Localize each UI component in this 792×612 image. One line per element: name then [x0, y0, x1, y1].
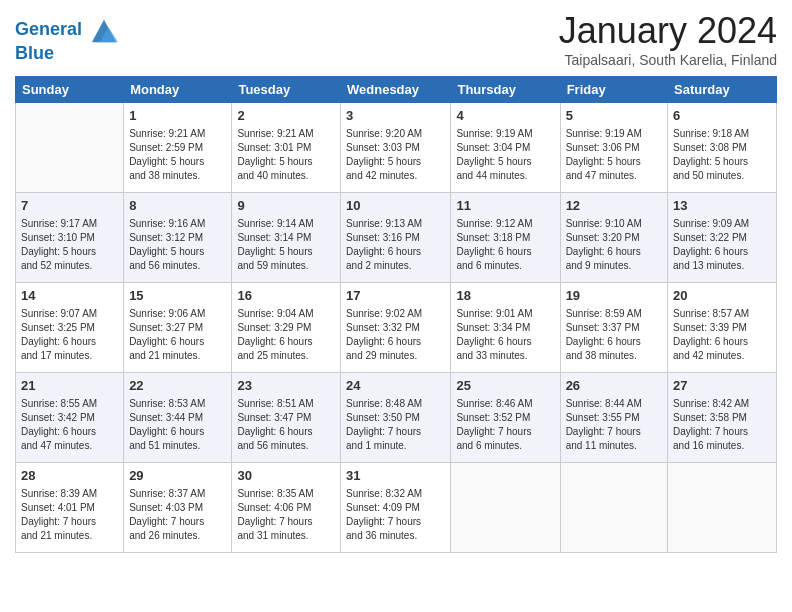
day-number: 28: [21, 467, 118, 485]
calendar-cell: 23Sunrise: 8:51 AM Sunset: 3:47 PM Dayli…: [232, 373, 341, 463]
day-info: Sunrise: 9:07 AM Sunset: 3:25 PM Dayligh…: [21, 307, 118, 363]
calendar-cell: 7Sunrise: 9:17 AM Sunset: 3:10 PM Daylig…: [16, 193, 124, 283]
month-title: January 2024: [559, 10, 777, 52]
day-info: Sunrise: 8:42 AM Sunset: 3:58 PM Dayligh…: [673, 397, 771, 453]
day-header-friday: Friday: [560, 77, 667, 103]
day-number: 11: [456, 197, 554, 215]
day-info: Sunrise: 8:51 AM Sunset: 3:47 PM Dayligh…: [237, 397, 335, 453]
calendar-cell: [668, 463, 777, 553]
day-number: 3: [346, 107, 445, 125]
calendar-cell: 19Sunrise: 8:59 AM Sunset: 3:37 PM Dayli…: [560, 283, 667, 373]
calendar-cell: 11Sunrise: 9:12 AM Sunset: 3:18 PM Dayli…: [451, 193, 560, 283]
day-number: 19: [566, 287, 662, 305]
location: Taipalsaari, South Karelia, Finland: [559, 52, 777, 68]
day-info: Sunrise: 9:21 AM Sunset: 2:59 PM Dayligh…: [129, 127, 226, 183]
day-header-thursday: Thursday: [451, 77, 560, 103]
day-info: Sunrise: 8:48 AM Sunset: 3:50 PM Dayligh…: [346, 397, 445, 453]
day-header-monday: Monday: [124, 77, 232, 103]
calendar-week-row: 21Sunrise: 8:55 AM Sunset: 3:42 PM Dayli…: [16, 373, 777, 463]
calendar-cell: 31Sunrise: 8:32 AM Sunset: 4:09 PM Dayli…: [341, 463, 451, 553]
calendar-cell: 4Sunrise: 9:19 AM Sunset: 3:04 PM Daylig…: [451, 103, 560, 193]
day-info: Sunrise: 9:14 AM Sunset: 3:14 PM Dayligh…: [237, 217, 335, 273]
day-number: 10: [346, 197, 445, 215]
day-number: 29: [129, 467, 226, 485]
day-info: Sunrise: 8:46 AM Sunset: 3:52 PM Dayligh…: [456, 397, 554, 453]
day-number: 15: [129, 287, 226, 305]
calendar-header-row: SundayMondayTuesdayWednesdayThursdayFrid…: [16, 77, 777, 103]
day-info: Sunrise: 8:59 AM Sunset: 3:37 PM Dayligh…: [566, 307, 662, 363]
day-number: 5: [566, 107, 662, 125]
calendar-week-row: 14Sunrise: 9:07 AM Sunset: 3:25 PM Dayli…: [16, 283, 777, 373]
day-number: 26: [566, 377, 662, 395]
day-header-saturday: Saturday: [668, 77, 777, 103]
day-number: 9: [237, 197, 335, 215]
day-info: Sunrise: 9:02 AM Sunset: 3:32 PM Dayligh…: [346, 307, 445, 363]
logo-text: General: [15, 16, 118, 44]
day-number: 4: [456, 107, 554, 125]
calendar-cell: 8Sunrise: 9:16 AM Sunset: 3:12 PM Daylig…: [124, 193, 232, 283]
calendar-cell: 26Sunrise: 8:44 AM Sunset: 3:55 PM Dayli…: [560, 373, 667, 463]
calendar-cell: [560, 463, 667, 553]
calendar-cell: 1Sunrise: 9:21 AM Sunset: 2:59 PM Daylig…: [124, 103, 232, 193]
calendar-week-row: 7Sunrise: 9:17 AM Sunset: 3:10 PM Daylig…: [16, 193, 777, 283]
day-header-sunday: Sunday: [16, 77, 124, 103]
calendar-cell: 3Sunrise: 9:20 AM Sunset: 3:03 PM Daylig…: [341, 103, 451, 193]
day-info: Sunrise: 9:09 AM Sunset: 3:22 PM Dayligh…: [673, 217, 771, 273]
calendar-week-row: 28Sunrise: 8:39 AM Sunset: 4:01 PM Dayli…: [16, 463, 777, 553]
calendar-cell: 24Sunrise: 8:48 AM Sunset: 3:50 PM Dayli…: [341, 373, 451, 463]
day-header-tuesday: Tuesday: [232, 77, 341, 103]
calendar-week-row: 1Sunrise: 9:21 AM Sunset: 2:59 PM Daylig…: [16, 103, 777, 193]
day-info: Sunrise: 9:20 AM Sunset: 3:03 PM Dayligh…: [346, 127, 445, 183]
day-number: 2: [237, 107, 335, 125]
calendar-cell: 6Sunrise: 9:18 AM Sunset: 3:08 PM Daylig…: [668, 103, 777, 193]
calendar-cell: 17Sunrise: 9:02 AM Sunset: 3:32 PM Dayli…: [341, 283, 451, 373]
day-info: Sunrise: 9:04 AM Sunset: 3:29 PM Dayligh…: [237, 307, 335, 363]
day-number: 24: [346, 377, 445, 395]
day-info: Sunrise: 8:57 AM Sunset: 3:39 PM Dayligh…: [673, 307, 771, 363]
logo-subtext: Blue: [15, 44, 118, 64]
day-info: Sunrise: 9:19 AM Sunset: 3:06 PM Dayligh…: [566, 127, 662, 183]
day-info: Sunrise: 9:13 AM Sunset: 3:16 PM Dayligh…: [346, 217, 445, 273]
logo: General Blue: [15, 16, 118, 64]
day-info: Sunrise: 9:12 AM Sunset: 3:18 PM Dayligh…: [456, 217, 554, 273]
calendar-cell: 28Sunrise: 8:39 AM Sunset: 4:01 PM Dayli…: [16, 463, 124, 553]
day-info: Sunrise: 8:35 AM Sunset: 4:06 PM Dayligh…: [237, 487, 335, 543]
day-header-wednesday: Wednesday: [341, 77, 451, 103]
day-number: 16: [237, 287, 335, 305]
day-info: Sunrise: 9:06 AM Sunset: 3:27 PM Dayligh…: [129, 307, 226, 363]
calendar-cell: 29Sunrise: 8:37 AM Sunset: 4:03 PM Dayli…: [124, 463, 232, 553]
day-number: 25: [456, 377, 554, 395]
day-info: Sunrise: 9:18 AM Sunset: 3:08 PM Dayligh…: [673, 127, 771, 183]
calendar-cell: 9Sunrise: 9:14 AM Sunset: 3:14 PM Daylig…: [232, 193, 341, 283]
calendar-cell: 15Sunrise: 9:06 AM Sunset: 3:27 PM Dayli…: [124, 283, 232, 373]
calendar-cell: 12Sunrise: 9:10 AM Sunset: 3:20 PM Dayli…: [560, 193, 667, 283]
calendar-cell: 16Sunrise: 9:04 AM Sunset: 3:29 PM Dayli…: [232, 283, 341, 373]
day-number: 22: [129, 377, 226, 395]
calendar-cell: 5Sunrise: 9:19 AM Sunset: 3:06 PM Daylig…: [560, 103, 667, 193]
day-number: 6: [673, 107, 771, 125]
day-info: Sunrise: 8:55 AM Sunset: 3:42 PM Dayligh…: [21, 397, 118, 453]
day-number: 1: [129, 107, 226, 125]
day-number: 14: [21, 287, 118, 305]
day-number: 23: [237, 377, 335, 395]
day-info: Sunrise: 8:44 AM Sunset: 3:55 PM Dayligh…: [566, 397, 662, 453]
calendar-cell: [451, 463, 560, 553]
day-number: 30: [237, 467, 335, 485]
day-number: 18: [456, 287, 554, 305]
day-info: Sunrise: 9:17 AM Sunset: 3:10 PM Dayligh…: [21, 217, 118, 273]
day-info: Sunrise: 9:21 AM Sunset: 3:01 PM Dayligh…: [237, 127, 335, 183]
calendar-cell: 2Sunrise: 9:21 AM Sunset: 3:01 PM Daylig…: [232, 103, 341, 193]
calendar-cell: 25Sunrise: 8:46 AM Sunset: 3:52 PM Dayli…: [451, 373, 560, 463]
calendar-cell: 18Sunrise: 9:01 AM Sunset: 3:34 PM Dayli…: [451, 283, 560, 373]
day-info: Sunrise: 9:16 AM Sunset: 3:12 PM Dayligh…: [129, 217, 226, 273]
calendar-cell: 10Sunrise: 9:13 AM Sunset: 3:16 PM Dayli…: [341, 193, 451, 283]
calendar-cell: 20Sunrise: 8:57 AM Sunset: 3:39 PM Dayli…: [668, 283, 777, 373]
day-number: 27: [673, 377, 771, 395]
day-info: Sunrise: 9:10 AM Sunset: 3:20 PM Dayligh…: [566, 217, 662, 273]
day-number: 21: [21, 377, 118, 395]
day-number: 17: [346, 287, 445, 305]
day-info: Sunrise: 8:37 AM Sunset: 4:03 PM Dayligh…: [129, 487, 226, 543]
day-info: Sunrise: 8:39 AM Sunset: 4:01 PM Dayligh…: [21, 487, 118, 543]
calendar-cell: 14Sunrise: 9:07 AM Sunset: 3:25 PM Dayli…: [16, 283, 124, 373]
calendar-cell: 21Sunrise: 8:55 AM Sunset: 3:42 PM Dayli…: [16, 373, 124, 463]
